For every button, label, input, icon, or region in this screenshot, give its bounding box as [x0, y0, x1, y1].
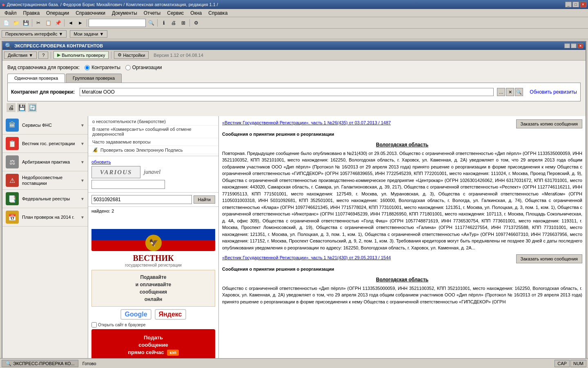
radio-orgs-label[interactable]: Организации: [125, 65, 162, 70]
vestnik-website-panel: о несостоятельности (банкротстве) В газе…: [88, 116, 219, 368]
clear-contractor-button[interactable]: …: [497, 88, 505, 96]
window-close[interactable]: ✕: [577, 43, 583, 48]
article-2-link[interactable]: «Вестник Государственной Регистрации». ч…: [222, 254, 391, 261]
menu-file[interactable]: Файл: [2, 9, 20, 17]
radio-contractors-text: Контрагенты: [91, 65, 120, 70]
yandex-logo: Яндекс: [159, 311, 182, 318]
print-icon-button[interactable]: 🖨: [7, 103, 16, 112]
sidebar-item-fns[interactable]: 🏛 Сервисы ФНС ▼: [2, 116, 88, 135]
vestnik-submenu: о несостоятельности (банкротстве) В газе…: [88, 116, 218, 156]
contractor-label: Контрагент для проверки:: [11, 89, 76, 95]
left-sidebar: 🏛 Сервисы ФНС ▼ 📋 Вестник гос. регистрац…: [2, 116, 88, 368]
menu-service[interactable]: Сервис: [164, 9, 187, 17]
podavat-button[interactable]: Податьсообщениепрямо сейчас кэп: [91, 329, 215, 361]
search-go-button[interactable]: 🔍: [147, 18, 156, 27]
submenu-bankruptcy[interactable]: о несостоятельности (банкротстве): [88, 118, 218, 126]
plan-icon: 📅: [6, 211, 19, 224]
sidebar-item-nedob[interactable]: ⚠ Недобросовестные поставщики ▼: [2, 171, 88, 190]
forward-button[interactable]: ►: [76, 18, 85, 27]
article-1-text: Повторная. Предыдущее сообщение было опу…: [222, 150, 582, 251]
check-ep-icon: 🔏: [92, 147, 98, 153]
sidebar-item-vestnik[interactable]: 📋 Вестник гос. регистрации ▼: [2, 135, 88, 153]
settings-icon: ⚙: [118, 52, 122, 58]
article-1-header: «Вестник Государственной Регистрации». ч…: [222, 119, 582, 128]
submenu-faq[interactable]: Часто задаваемые вопросы: [88, 138, 218, 146]
article-1-link[interactable]: «Вестник Государственной Регистрации». ч…: [222, 119, 391, 126]
menu-edit[interactable]: Правка: [20, 9, 43, 17]
menu-reports[interactable]: Отчеты: [141, 9, 163, 17]
new-button[interactable]: 📄: [2, 18, 11, 27]
copy-button[interactable]: 📋: [44, 18, 53, 27]
vestnik-search-button[interactable]: Найти: [194, 195, 215, 204]
minimize-button[interactable]: _: [565, 2, 572, 7]
switch-interface-button[interactable]: Переключить интерфейс ▼: [2, 30, 67, 38]
menu-windows[interactable]: Окна: [187, 9, 205, 17]
taskbar-status-area: CAP NUM: [555, 360, 586, 367]
update-link[interactable]: Обновить реквизиты: [530, 89, 577, 95]
settings-tb-button[interactable]: ⚙: [192, 18, 200, 27]
captcha-refresh-link[interactable]: обновить: [91, 159, 111, 164]
sidebar-item-arb[interactable]: ⚖ Арбитражная практика ▼: [2, 153, 88, 171]
print-button[interactable]: 🖨: [169, 18, 178, 27]
submenu-check-ep[interactable]: 🔏 Проверить свою Электронную Подпись: [88, 146, 218, 154]
vestnik-search-area: Найти: [88, 193, 218, 207]
cut-button[interactable]: ✂: [34, 18, 43, 27]
tabs: Одиночная проверка Групповая проверка: [5, 72, 583, 83]
paste-button[interactable]: 📌: [53, 18, 62, 27]
contractor-row: Контрагент для проверки: … ✕ 🔍 Обновить …: [11, 86, 577, 98]
separator: [51, 52, 51, 59]
settings-button[interactable]: ⚙ Настройки: [114, 51, 149, 59]
radio-contractors-label[interactable]: Контрагенты: [85, 65, 120, 70]
separator-4: [157, 19, 158, 27]
vestnik-search-input[interactable]: [91, 195, 192, 204]
contractor-input[interactable]: [80, 88, 494, 96]
grid-button[interactable]: ⊞: [179, 18, 188, 27]
captcha-input[interactable]: [91, 180, 165, 189]
maximize-button[interactable]: □: [572, 2, 579, 7]
cap-status: CAP: [555, 360, 570, 367]
toolbar-search-input[interactable]: [89, 19, 146, 27]
article-1: «Вестник Государственной Регистрации». ч…: [222, 119, 582, 251]
window-title-bar: 🔍 ЭКСПРЕСС-ПРОВЕРКА КОНТРАГЕНТОВ _ □ ✕: [2, 42, 586, 50]
info-button[interactable]: ℹ: [159, 18, 168, 27]
close-button[interactable]: ✕: [580, 2, 586, 7]
tab-group[interactable]: Групповая проверка: [66, 74, 122, 83]
contractor-buttons: … ✕ 🔍: [497, 88, 523, 96]
nav-bar: Переключить интерфейс ▼ Мои задачи ▼: [0, 29, 588, 39]
window-minimize[interactable]: _: [564, 43, 570, 48]
menu-documents[interactable]: Документы: [109, 9, 140, 17]
actions-button[interactable]: Действия ▼: [4, 52, 37, 59]
radio-orgs[interactable]: [125, 65, 131, 70]
find-contractor-button[interactable]: ✕: [506, 88, 514, 96]
menu-help[interactable]: Справка: [205, 9, 230, 17]
right-content: о несостоятельности (банкротстве) В газе…: [88, 116, 586, 368]
vestnik-title-big: ВЕСТНИК: [91, 254, 215, 263]
menu-references[interactable]: Справочники: [73, 9, 108, 17]
separator-1: [32, 19, 32, 27]
window-restore[interactable]: □: [571, 43, 577, 48]
refresh-icon-button[interactable]: 🔄: [28, 103, 37, 112]
open-button[interactable]: 📁: [11, 18, 20, 27]
article-2-order-button[interactable]: Заказать копию сообщения: [516, 254, 582, 263]
save-icon-button[interactable]: 💾: [17, 103, 26, 112]
toolbar: 📄 📁 💾 ✂ 📋 📌 ◄ ► 🔍 ℹ 🖨 ⊞ ⚙: [0, 17, 588, 29]
run-check-button[interactable]: ▶ Выполнить проверку: [53, 51, 109, 59]
help-button[interactable]: ?: [38, 52, 48, 59]
select-contractor-button[interactable]: 🔍: [515, 88, 523, 96]
sidebar-item-plan[interactable]: 📅 План проверок на 2014 г. ▼: [2, 208, 88, 227]
menu-operations[interactable]: Операции: [43, 9, 72, 17]
article-1-order-button[interactable]: Заказать копию сообщения: [516, 119, 582, 128]
back-button[interactable]: ◄: [66, 18, 75, 27]
fed-icon: 📑: [6, 192, 19, 205]
my-tasks-button[interactable]: Мои задачи ▼: [70, 30, 107, 38]
arb-arrow-icon: ▼: [80, 160, 85, 164]
radio-contractors[interactable]: [85, 65, 90, 70]
view-selector: Вид справочника для проверок: Контрагент…: [5, 63, 583, 72]
open-browser-checkbox[interactable]: [91, 322, 97, 328]
taskbar-window-item[interactable]: 🔍 ЭКСПРЕСС-ПРОВЕРКА КО...: [2, 360, 78, 367]
save-button[interactable]: 💾: [21, 18, 30, 27]
captcha-brand-label: junavel: [144, 169, 160, 175]
tab-single[interactable]: Одиночная проверка: [7, 74, 65, 83]
submenu-revoke[interactable]: В газете «Коммерсантъ» сообщений об отме…: [88, 126, 218, 138]
sidebar-item-fed[interactable]: 📑 Федеральные реестры ▼: [2, 190, 88, 208]
